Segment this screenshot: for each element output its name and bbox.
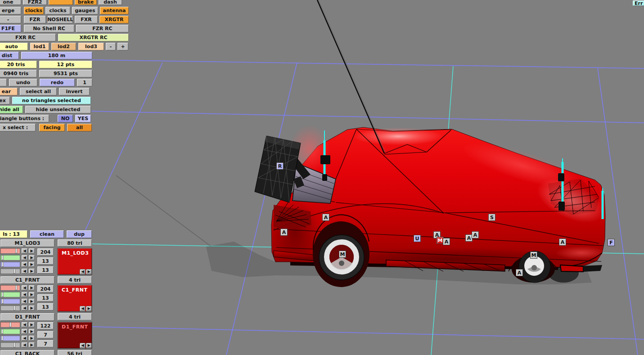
btn-180-m[interactable]: 180 m bbox=[21, 51, 93, 60]
slider-handle[interactable] bbox=[2, 299, 4, 304]
mat-name-m1-lod3[interactable]: M1_LOD3 bbox=[0, 239, 55, 247]
btn-undo-steps[interactable]: 1 bbox=[77, 78, 93, 87]
btn-clocks-off[interactable]: clocks bbox=[45, 6, 71, 15]
mat-dec-c1-frnt-2[interactable]: ◀ bbox=[21, 298, 28, 304]
vertex-badge-a[interactable]: A bbox=[472, 231, 479, 238]
slider-handle[interactable] bbox=[14, 342, 15, 347]
btn-blank-orange[interactable] bbox=[48, 0, 73, 5]
vertex-badge-f[interactable]: F bbox=[608, 239, 615, 246]
slider-handle[interactable] bbox=[1, 336, 3, 341]
slider-handle[interactable] bbox=[9, 322, 11, 327]
btn-fzr2[interactable]: FZR2 bbox=[23, 0, 47, 5]
mat-sw-next-d1-frnt[interactable]: ▶ bbox=[86, 343, 92, 348]
btn-fzr-rc[interactable]: FZR RC bbox=[76, 24, 129, 33]
btn-undo[interactable]: undo bbox=[9, 78, 38, 87]
slider-d1-frnt-3[interactable] bbox=[0, 342, 20, 348]
slider-m1-lod3-1[interactable] bbox=[0, 255, 20, 261]
vertex-badge-a[interactable]: A bbox=[280, 229, 288, 236]
btn-lod2[interactable]: lod2 bbox=[51, 42, 77, 51]
mat-sw-prev-c1-frnt[interactable]: ◀ bbox=[80, 306, 86, 311]
slider-handle[interactable] bbox=[15, 248, 17, 253]
mat-dec-d1-frnt-3[interactable]: ◀ bbox=[21, 342, 28, 348]
mat-inc-d1-frnt-1[interactable]: ▶ bbox=[28, 328, 35, 334]
btn-lod1[interactable]: lod1 bbox=[30, 42, 50, 51]
slider-m1-lod3-0[interactable] bbox=[0, 248, 20, 254]
mat-dec-m1-lod3-0[interactable]: ◀ bbox=[21, 248, 28, 254]
slider-handle[interactable] bbox=[14, 306, 15, 310]
mat-sw-prev-d1-frnt[interactable]: ◀ bbox=[80, 343, 86, 348]
btn-auto[interactable]: auto bbox=[0, 42, 28, 51]
btn-clear[interactable]: ear bbox=[0, 87, 18, 96]
btn-lod3[interactable]: lod3 bbox=[78, 42, 104, 51]
btn-fzr[interactable]: FZR bbox=[23, 15, 46, 24]
vertex-badge-s[interactable]: S bbox=[488, 214, 495, 221]
mat-dec-m1-lod3-1[interactable]: ◀ bbox=[21, 255, 28, 261]
mat-inc-d1-frnt-3[interactable]: ▶ bbox=[28, 342, 35, 348]
btn-antenna[interactable]: antenna bbox=[99, 6, 129, 15]
mat-clean[interactable]: clean bbox=[30, 230, 64, 238]
vertex-badge-a[interactable]: A bbox=[516, 269, 523, 276]
mat-val-d1-frnt-0[interactable]: 122 bbox=[37, 322, 54, 330]
btn-facing[interactable]: facing bbox=[39, 123, 65, 132]
btn-clocks-on[interactable]: clocks bbox=[23, 6, 44, 15]
slider-c1-frnt-3[interactable] bbox=[0, 305, 20, 311]
btn-all[interactable]: all bbox=[67, 123, 92, 132]
btn-no-shell-rc[interactable]: No Shell RC bbox=[23, 24, 75, 33]
mat-inc-m1-lod3-0[interactable]: ▶ bbox=[28, 248, 35, 254]
mat-name-c1-back[interactable]: C1_BACK bbox=[0, 350, 55, 355]
btn-no[interactable]: NO bbox=[57, 114, 73, 123]
vertex-badge-a[interactable]: A bbox=[443, 238, 450, 245]
btn-select-all[interactable]: select all bbox=[19, 87, 57, 96]
viewport-3d[interactable] bbox=[0, 0, 644, 355]
mat-inc-c1-frnt-1[interactable]: ▶ bbox=[28, 292, 35, 297]
mat-val-m1-lod3-2[interactable]: 13 bbox=[37, 266, 54, 274]
vertex-badge-m[interactable]: M bbox=[530, 252, 537, 259]
slider-m1-lod3-3[interactable] bbox=[0, 268, 20, 274]
btn-brake[interactable]: brake bbox=[74, 0, 97, 5]
btn-one[interactable]: one bbox=[0, 0, 22, 5]
mat-dup[interactable]: dup bbox=[66, 230, 92, 238]
mat-inc-d1-frnt-0[interactable]: ▶ bbox=[28, 322, 35, 328]
slider-d1-frnt-0[interactable] bbox=[0, 322, 20, 328]
btn-erge[interactable]: erge bbox=[0, 6, 22, 15]
vertex-badge-r[interactable]: R bbox=[276, 162, 284, 170]
vertex-badge-a[interactable]: A bbox=[322, 214, 329, 221]
btn-gauges[interactable]: gauges bbox=[72, 6, 99, 15]
mat-dec-d1-frnt-2[interactable]: ◀ bbox=[21, 335, 28, 341]
mat-val-c1-frnt-0[interactable]: 204 bbox=[37, 285, 54, 293]
vertex-badge-m[interactable]: M bbox=[339, 251, 346, 258]
mat-inc-m1-lod3-1[interactable]: ▶ bbox=[28, 255, 35, 261]
btn-noshell[interactable]: NOSHELL bbox=[47, 15, 73, 24]
btn-fxr[interactable]: FXR bbox=[74, 15, 98, 24]
slider-d1-frnt-2[interactable] bbox=[0, 335, 20, 341]
btn-hide-unselected[interactable]: hide unselected bbox=[25, 105, 91, 114]
mat-dec-c1-frnt-0[interactable]: ◀ bbox=[21, 285, 28, 291]
vertex-badge-u[interactable]: U bbox=[414, 235, 421, 242]
slider-handle[interactable] bbox=[2, 262, 4, 267]
mat-val-d1-frnt-2[interactable]: 7 bbox=[37, 340, 54, 348]
mat-dec-c1-frnt-3[interactable]: ◀ bbox=[21, 305, 28, 311]
mat-sw-next-c1-frnt[interactable]: ▶ bbox=[86, 306, 92, 311]
slider-handle[interactable] bbox=[2, 255, 4, 260]
btn-xrgtr[interactable]: XRGTR bbox=[99, 15, 129, 24]
btn-tiny-cut[interactable] bbox=[0, 78, 7, 87]
btn-hide-all[interactable]: hide all bbox=[0, 105, 23, 114]
mat-dec-m1-lod3-3[interactable]: ◀ bbox=[21, 268, 28, 274]
btn-dist[interactable]: dist bbox=[0, 51, 19, 60]
slider-handle[interactable] bbox=[14, 269, 15, 274]
vertex-badge-a[interactable]: A bbox=[559, 238, 566, 246]
mat-sw-next-m1-lod3[interactable]: ▶ bbox=[86, 269, 92, 274]
mat-val-m1-lod3-1[interactable]: 13 bbox=[37, 257, 54, 265]
mat-name-d1-frnt[interactable]: D1_FRNT bbox=[0, 313, 55, 321]
mat-dec-m1-lod3-2[interactable]: ◀ bbox=[21, 261, 28, 267]
mat-sw-prev-m1-lod3[interactable]: ◀ bbox=[80, 269, 86, 274]
mat-val-m1-lod3-0[interactable]: 204 bbox=[37, 248, 54, 256]
slider-c1-frnt-2[interactable] bbox=[0, 298, 20, 304]
btn-redo[interactable]: redo bbox=[39, 78, 75, 87]
slider-d1-frnt-1[interactable] bbox=[0, 328, 20, 334]
mat-dec-d1-frnt-0[interactable]: ◀ bbox=[21, 322, 28, 328]
btn-yes[interactable]: YES bbox=[75, 114, 91, 123]
mat-dec-c1-frnt-1[interactable]: ◀ bbox=[21, 292, 28, 297]
mat-val-c1-frnt-2[interactable]: 13 bbox=[37, 303, 54, 311]
btn-xrgtr-rc[interactable]: XRGTR RC bbox=[58, 33, 129, 42]
